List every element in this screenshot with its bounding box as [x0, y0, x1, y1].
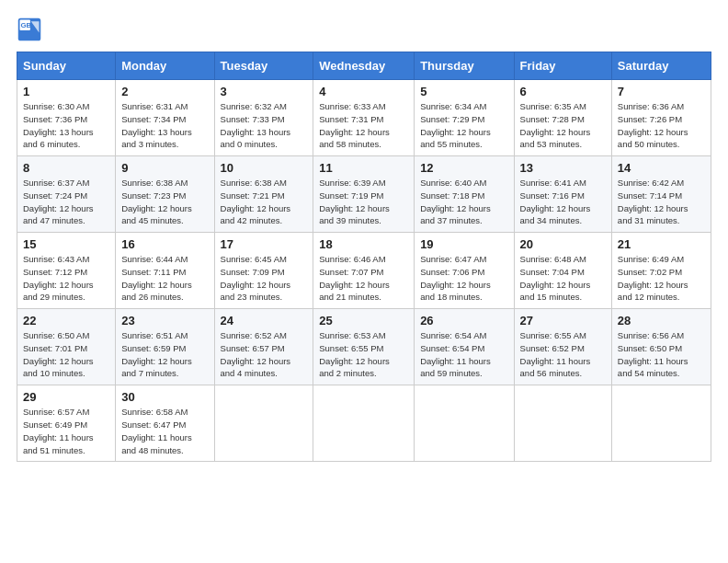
- calendar-cell: [514, 385, 611, 462]
- day-info: Sunrise: 6:34 AMSunset: 7:29 PMDaylight:…: [420, 100, 507, 151]
- header-day-friday: Friday: [514, 52, 611, 80]
- header-day-saturday: Saturday: [611, 52, 711, 80]
- page: GB SundayMondayTuesdayWednesdayThursdayF…: [0, 0, 728, 563]
- day-number: 3: [221, 85, 308, 98]
- day-number: 28: [618, 314, 705, 327]
- week-row-3: 15Sunrise: 6:43 AMSunset: 7:12 PMDayligh…: [17, 233, 711, 309]
- calendar-cell: 25Sunrise: 6:53 AMSunset: 6:55 PMDayligh…: [313, 309, 415, 385]
- calendar-cell: 21Sunrise: 6:49 AMSunset: 7:02 PMDayligh…: [611, 233, 711, 309]
- day-number: 6: [520, 85, 606, 98]
- header-day-sunday: Sunday: [17, 52, 116, 80]
- calendar-body: 1Sunrise: 6:30 AMSunset: 7:36 PMDaylight…: [17, 80, 711, 462]
- calendar-table: SundayMondayTuesdayWednesdayThursdayFrid…: [17, 52, 711, 462]
- day-info: Sunrise: 6:37 AMSunset: 7:24 PMDaylight:…: [23, 177, 109, 227]
- day-info: Sunrise: 6:43 AMSunset: 7:12 PMDaylight:…: [23, 253, 109, 304]
- calendar-cell: 27Sunrise: 6:55 AMSunset: 6:52 PMDayligh…: [514, 309, 611, 385]
- day-number: 30: [121, 390, 208, 404]
- calendar-cell: 3Sunrise: 6:32 AMSunset: 7:33 PMDaylight…: [214, 80, 313, 156]
- svg-text:GB: GB: [20, 21, 31, 29]
- calendar-cell: 7Sunrise: 6:36 AMSunset: 7:26 PMDaylight…: [611, 80, 711, 156]
- day-info: Sunrise: 6:41 AMSunset: 7:16 PMDaylight:…: [520, 177, 606, 227]
- calendar-cell: 17Sunrise: 6:45 AMSunset: 7:09 PMDayligh…: [214, 233, 313, 309]
- week-row-4: 22Sunrise: 6:50 AMSunset: 7:01 PMDayligh…: [17, 309, 711, 385]
- day-number: 23: [121, 314, 208, 327]
- calendar-cell: 26Sunrise: 6:54 AMSunset: 6:54 PMDayligh…: [415, 309, 514, 385]
- calendar-cell: 19Sunrise: 6:47 AMSunset: 7:06 PMDayligh…: [415, 233, 514, 309]
- day-number: 17: [221, 237, 308, 251]
- week-row-1: 1Sunrise: 6:30 AMSunset: 7:36 PMDaylight…: [17, 80, 711, 156]
- calendar-cell: 16Sunrise: 6:44 AMSunset: 7:11 PMDayligh…: [116, 233, 214, 309]
- day-info: Sunrise: 6:52 AMSunset: 6:57 PMDaylight:…: [221, 329, 308, 380]
- calendar-cell: [313, 385, 415, 462]
- day-number: 26: [420, 314, 507, 327]
- day-number: 16: [121, 237, 208, 251]
- calendar-cell: 23Sunrise: 6:51 AMSunset: 6:59 PMDayligh…: [116, 309, 214, 385]
- day-number: 19: [420, 237, 507, 251]
- day-number: 25: [319, 314, 408, 327]
- calendar-cell: 11Sunrise: 6:39 AMSunset: 7:19 PMDayligh…: [313, 156, 415, 233]
- calendar-cell: 20Sunrise: 6:48 AMSunset: 7:04 PMDayligh…: [514, 233, 611, 309]
- day-info: Sunrise: 6:55 AMSunset: 6:52 PMDaylight:…: [520, 329, 606, 380]
- calendar-cell: 12Sunrise: 6:40 AMSunset: 7:18 PMDayligh…: [415, 156, 514, 233]
- calendar-cell: 4Sunrise: 6:33 AMSunset: 7:31 PMDaylight…: [313, 80, 415, 156]
- day-number: 14: [618, 161, 705, 175]
- day-info: Sunrise: 6:48 AMSunset: 7:04 PMDaylight:…: [520, 253, 606, 304]
- day-info: Sunrise: 6:50 AMSunset: 7:01 PMDaylight:…: [23, 329, 109, 380]
- calendar-cell: 29Sunrise: 6:57 AMSunset: 6:49 PMDayligh…: [17, 385, 116, 462]
- day-number: 7: [618, 85, 705, 98]
- day-info: Sunrise: 6:47 AMSunset: 7:06 PMDaylight:…: [420, 253, 507, 304]
- day-number: 13: [520, 161, 606, 175]
- calendar-cell: 13Sunrise: 6:41 AMSunset: 7:16 PMDayligh…: [514, 156, 611, 233]
- header-day-thursday: Thursday: [415, 52, 514, 80]
- header-day-wednesday: Wednesday: [313, 52, 415, 80]
- day-info: Sunrise: 6:31 AMSunset: 7:34 PMDaylight:…: [121, 100, 208, 151]
- calendar-cell: [415, 385, 514, 462]
- day-number: 4: [319, 85, 408, 98]
- day-info: Sunrise: 6:56 AMSunset: 6:50 PMDaylight:…: [618, 329, 705, 380]
- day-info: Sunrise: 6:46 AMSunset: 7:07 PMDaylight:…: [319, 253, 408, 304]
- day-number: 29: [23, 390, 109, 404]
- day-number: 9: [121, 161, 208, 175]
- calendar-cell: 30Sunrise: 6:58 AMSunset: 6:47 PMDayligh…: [116, 385, 214, 462]
- day-number: 27: [520, 314, 606, 327]
- day-info: Sunrise: 6:32 AMSunset: 7:33 PMDaylight:…: [221, 100, 308, 151]
- day-info: Sunrise: 6:40 AMSunset: 7:18 PMDaylight:…: [420, 177, 507, 227]
- day-number: 1: [23, 85, 109, 98]
- header-day-tuesday: Tuesday: [214, 52, 313, 80]
- calendar-cell: 8Sunrise: 6:37 AMSunset: 7:24 PMDaylight…: [17, 156, 116, 233]
- logo-icon: GB: [17, 17, 42, 42]
- week-row-5: 29Sunrise: 6:57 AMSunset: 6:49 PMDayligh…: [17, 385, 711, 462]
- day-info: Sunrise: 6:30 AMSunset: 7:36 PMDaylight:…: [23, 100, 109, 151]
- day-number: 21: [618, 237, 705, 251]
- logo: GB: [17, 17, 46, 42]
- day-info: Sunrise: 6:38 AMSunset: 7:23 PMDaylight:…: [121, 177, 208, 227]
- calendar-cell: 9Sunrise: 6:38 AMSunset: 7:23 PMDaylight…: [116, 156, 214, 233]
- header: GB: [17, 17, 711, 42]
- calendar-cell: 10Sunrise: 6:38 AMSunset: 7:21 PMDayligh…: [214, 156, 313, 233]
- calendar-cell: [611, 385, 711, 462]
- calendar-cell: 6Sunrise: 6:35 AMSunset: 7:28 PMDaylight…: [514, 80, 611, 156]
- day-info: Sunrise: 6:36 AMSunset: 7:26 PMDaylight:…: [618, 100, 705, 151]
- day-info: Sunrise: 6:49 AMSunset: 7:02 PMDaylight:…: [618, 253, 705, 304]
- day-info: Sunrise: 6:45 AMSunset: 7:09 PMDaylight:…: [221, 253, 308, 304]
- calendar-cell: 2Sunrise: 6:31 AMSunset: 7:34 PMDaylight…: [116, 80, 214, 156]
- day-info: Sunrise: 6:53 AMSunset: 6:55 PMDaylight:…: [319, 329, 408, 380]
- day-number: 15: [23, 237, 109, 251]
- calendar-header: SundayMondayTuesdayWednesdayThursdayFrid…: [17, 52, 711, 80]
- day-number: 20: [520, 237, 606, 251]
- day-info: Sunrise: 6:35 AMSunset: 7:28 PMDaylight:…: [520, 100, 606, 151]
- calendar-cell: 22Sunrise: 6:50 AMSunset: 7:01 PMDayligh…: [17, 309, 116, 385]
- day-info: Sunrise: 6:42 AMSunset: 7:14 PMDaylight:…: [618, 177, 705, 227]
- day-number: 5: [420, 85, 507, 98]
- calendar-cell: 24Sunrise: 6:52 AMSunset: 6:57 PMDayligh…: [214, 309, 313, 385]
- day-number: 11: [319, 161, 408, 175]
- header-row: SundayMondayTuesdayWednesdayThursdayFrid…: [17, 52, 711, 80]
- day-number: 18: [319, 237, 408, 251]
- day-number: 10: [221, 161, 308, 175]
- day-info: Sunrise: 6:33 AMSunset: 7:31 PMDaylight:…: [319, 100, 408, 151]
- calendar-cell: 28Sunrise: 6:56 AMSunset: 6:50 PMDayligh…: [611, 309, 711, 385]
- week-row-2: 8Sunrise: 6:37 AMSunset: 7:24 PMDaylight…: [17, 156, 711, 233]
- day-number: 24: [221, 314, 308, 327]
- day-info: Sunrise: 6:39 AMSunset: 7:19 PMDaylight:…: [319, 177, 408, 227]
- calendar-cell: 15Sunrise: 6:43 AMSunset: 7:12 PMDayligh…: [17, 233, 116, 309]
